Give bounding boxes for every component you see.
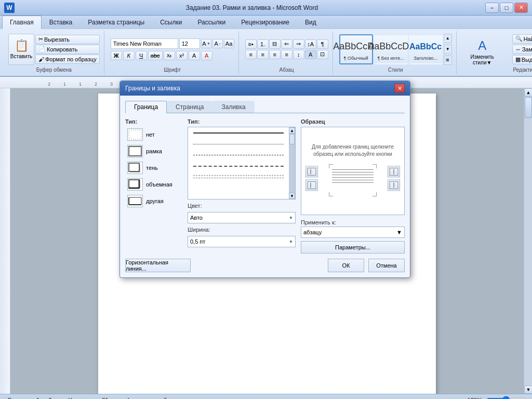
maximize-button[interactable]: □ xyxy=(500,3,513,13)
horizontal-line-button[interactable]: Горизонтальная линия... xyxy=(125,259,191,272)
highlight-button[interactable]: А xyxy=(189,51,200,60)
sort-button[interactable]: ↕A xyxy=(305,39,316,49)
style-no-spacing[interactable]: AaBbCcDc ¶ Без инте... xyxy=(374,34,408,64)
list-sb-thumb[interactable] xyxy=(289,134,295,144)
border-solid[interactable] xyxy=(188,127,289,139)
style-scroll: ▲ ▼ ⊞ xyxy=(444,34,452,65)
sample-border-left-top[interactable] xyxy=(305,166,318,177)
style-scroll-down[interactable]: ▼ xyxy=(444,45,452,54)
grow-font-button[interactable]: A+ xyxy=(201,39,211,48)
list-sb-track[interactable] xyxy=(289,134,295,193)
bullets-button[interactable]: ≡• xyxy=(245,39,257,49)
type-other[interactable]: другая xyxy=(125,193,182,209)
color-label: Цвет: xyxy=(188,203,214,209)
paste-button[interactable]: 📋 Вставить xyxy=(8,34,34,65)
font-color-button[interactable]: А xyxy=(201,51,212,60)
replace-icon: ↔ xyxy=(515,46,521,52)
numbering-button[interactable]: 1. xyxy=(257,39,269,49)
minimize-button[interactable]: − xyxy=(485,3,499,13)
params-button-label: Параметры... xyxy=(335,244,370,250)
increase-indent-button[interactable]: ⇒ xyxy=(293,39,304,49)
list-sb-down[interactable]: ▼ xyxy=(289,193,295,199)
copy-button[interactable]: 📄 Копировать xyxy=(35,45,100,54)
sample-preview-area xyxy=(327,162,379,198)
type-none[interactable]: нет xyxy=(125,127,182,142)
borders-button[interactable]: ⊡ xyxy=(317,50,328,59)
align-right-button[interactable]: ≡ xyxy=(269,50,281,59)
multilevel-button[interactable]: ⊟ xyxy=(269,39,281,49)
find-button[interactable]: 🔍 Найти xyxy=(512,34,532,44)
cut-icon: ✂ xyxy=(38,36,43,43)
replace-button[interactable]: ↔ Заменить xyxy=(512,45,532,54)
style-heading1[interactable]: AaBbCc Заголово... xyxy=(409,34,443,64)
border-type-list[interactable]: ▲ ▼ xyxy=(188,127,296,200)
dialog-close-button[interactable]: ✕ xyxy=(394,84,405,93)
tab-review[interactable]: Рецензирование xyxy=(233,16,297,29)
shading-button[interactable]: A xyxy=(305,50,316,59)
subscript-button[interactable]: x₂ xyxy=(164,51,175,60)
border-dashed2[interactable] xyxy=(188,161,289,172)
type-frame[interactable]: рамка xyxy=(125,143,182,159)
format-painter-button[interactable]: 🖌 Формат по образцу xyxy=(35,55,100,64)
bold-button[interactable]: Ж xyxy=(111,51,122,60)
border-dotted[interactable] xyxy=(188,139,289,150)
cancel-button[interactable]: Отмена xyxy=(368,259,405,272)
tab-insert[interactable]: Вставка xyxy=(42,16,81,29)
scroll-thumb[interactable] xyxy=(525,97,532,118)
close-button[interactable]: ✕ xyxy=(514,3,528,13)
params-button[interactable]: Параметры... xyxy=(301,241,405,254)
underline-button[interactable]: Ч xyxy=(136,51,147,60)
scroll-down-button[interactable]: ▼ xyxy=(524,385,532,394)
tab-mailings[interactable]: Рассылки xyxy=(190,16,233,29)
zoom-slider[interactable] xyxy=(486,396,528,400)
cut-button[interactable]: ✂ Вырезать xyxy=(35,35,100,44)
change-style-button[interactable]: A Изменить стили▼ xyxy=(463,36,502,68)
tab-page-layout[interactable]: Разметка страницы xyxy=(80,16,152,29)
line-spacing-button[interactable]: ↕ xyxy=(293,50,304,59)
clear-format-button[interactable]: Аа xyxy=(224,39,234,48)
tab-fill[interactable]: Заливка xyxy=(212,101,254,113)
color-select[interactable]: Авто ▼ xyxy=(188,212,296,223)
border-dashed3[interactable] xyxy=(188,172,289,181)
apply-select[interactable]: абзацу ▼ xyxy=(301,227,405,238)
ok-button[interactable]: ОК xyxy=(328,259,364,272)
type-frame-label: рамка xyxy=(146,148,162,154)
dialog-inner: Тип: нет рамка xyxy=(125,118,405,254)
align-center-button[interactable]: ≡ xyxy=(257,50,269,59)
sample-border-left-bottom[interactable] xyxy=(305,179,318,191)
scroll-up-button[interactable]: ▲ xyxy=(524,88,532,97)
zoom-level: 120% xyxy=(468,397,482,400)
font-group: A+ A- Аа Ж К Ч abc x₂ x² А А xyxy=(107,31,239,74)
style-scroll-up[interactable]: ▲ xyxy=(444,34,452,43)
decrease-indent-button[interactable]: ⇐ xyxy=(281,39,292,49)
borders-dialog: Границы и заливка ✕ Граница Страница Зал… xyxy=(119,81,410,278)
tab-references[interactable]: Ссылки xyxy=(152,16,190,29)
type-frame-icon xyxy=(127,145,143,157)
type-volume[interactable]: объемная xyxy=(125,177,182,192)
tab-home[interactable]: Главная xyxy=(2,16,42,29)
scroll-track[interactable] xyxy=(524,97,532,385)
strikethrough-button[interactable]: abc xyxy=(148,51,163,60)
sample-border-right-top[interactable] xyxy=(388,166,400,177)
superscript-button[interactable]: x² xyxy=(176,51,188,60)
align-left-button[interactable]: ≡ xyxy=(245,50,257,59)
ribbon-content: 📋 Вставить ✂ Вырезать 📄 Копировать 🖌 Фор… xyxy=(0,29,532,76)
shrink-font-button[interactable]: A- xyxy=(212,39,223,48)
tab-border[interactable]: Граница xyxy=(125,101,167,113)
tab-view[interactable]: Вид xyxy=(297,16,324,29)
sample-border-right-bottom[interactable] xyxy=(388,179,400,191)
style-expand[interactable]: ⊞ xyxy=(444,56,452,65)
select-button[interactable]: ▦ Выделить xyxy=(512,55,532,64)
font-name-input[interactable] xyxy=(111,38,178,49)
font-style-row: Ж К Ч abc x₂ x² А А xyxy=(111,51,234,60)
italic-button[interactable]: К xyxy=(123,51,135,60)
tab-page[interactable]: Страница xyxy=(167,101,212,113)
font-size-input[interactable] xyxy=(179,38,200,49)
border-dashed1[interactable] xyxy=(188,150,289,161)
width-select[interactable]: 0,5 пт ▼ xyxy=(188,236,296,247)
type-shadow[interactable]: тень xyxy=(125,160,182,176)
dialog-title-text: Границы и заливка xyxy=(125,85,180,92)
show-marks-button[interactable]: ¶ xyxy=(317,39,328,49)
list-sb-up[interactable]: ▲ xyxy=(289,127,295,134)
justify-button[interactable]: ≡ xyxy=(281,50,292,59)
